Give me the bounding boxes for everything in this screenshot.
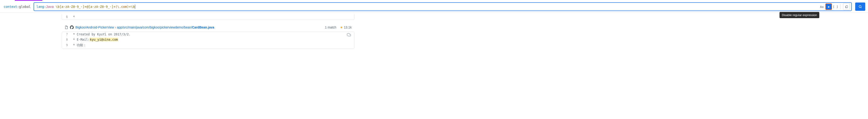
line-number: 9	[62, 43, 71, 48]
line-number: 6	[62, 15, 71, 20]
context-value: global	[19, 5, 31, 8]
search-button[interactable]	[855, 2, 865, 11]
file-path[interactable]: Bigkoo/Android-PickerView›app/src/main/j…	[75, 25, 214, 29]
line-content: * 功能：	[71, 43, 354, 48]
case-sensitive-toggle[interactable]: Aa	[818, 3, 825, 10]
file-result-header: Bigkoo/Android-PickerView›app/src/main/j…	[62, 23, 354, 31]
search-query: lang:Java \b[a-zA-Z0-9_-]+@[a-zA-Z0-9_-]…	[36, 5, 818, 9]
code-line[interactable]: 9 * 功能：	[62, 43, 354, 48]
star-icon: ★	[340, 25, 343, 29]
repo-link[interactable]: Bigkoo/Android-PickerView	[75, 25, 114, 29]
file-icon	[64, 25, 68, 29]
query-regex-2: +\b	[129, 5, 135, 8]
search-toggles: Aa ✱ [ ]	[818, 3, 850, 10]
line-number: 8	[62, 37, 71, 42]
clipboard-icon	[845, 5, 848, 8]
regex-tooltip: Disable regular expression	[779, 12, 819, 18]
query-regex-group: (\.com)	[116, 5, 129, 8]
github-icon	[70, 25, 74, 29]
context-scope[interactable]: context:global	[3, 3, 32, 10]
code-snippet-block: 6 *	[62, 14, 354, 20]
line-number: 7	[62, 32, 71, 37]
match-count: 1 match	[325, 25, 336, 29]
divider	[840, 4, 840, 9]
structural-search-toggle[interactable]: [ ]	[832, 3, 839, 10]
regex-toggle[interactable]: ✱	[826, 3, 832, 10]
text-cursor	[135, 5, 135, 9]
copy-context-button[interactable]	[843, 3, 850, 10]
search-input[interactable]: lang:Java \b[a-zA-Z0-9_-]+@[a-zA-Z0-9_-]…	[34, 2, 851, 11]
context-key: context:	[4, 5, 19, 8]
match-highlight: kyu_yi@sina.com	[90, 38, 118, 41]
svg-point-1	[859, 5, 861, 7]
match-info: 1 match ★ 13.1k	[325, 25, 352, 29]
query-regex-1: \b[a-zA-Z0-9_-]+@[a-zA-Z0-9_-]+	[54, 5, 116, 8]
search-icon	[858, 5, 862, 8]
open-in-cloud-icon[interactable]	[347, 32, 351, 37]
file-name[interactable]: CardBean.java	[192, 25, 214, 29]
results-area: 6 * Bigkoo/Android-PickerView›app/src/ma…	[0, 13, 868, 49]
line-content: * Created by KyuYi on 2017/3/2.	[71, 32, 354, 37]
query-filter-key: lang:	[36, 5, 46, 8]
code-line[interactable]: 6 *	[62, 14, 354, 20]
query-filter-value: Java	[46, 5, 54, 8]
line-content: *	[71, 15, 354, 20]
search-bar: context:global lang:Java \b[a-zA-Z0-9_-]…	[0, 1, 868, 13]
code-snippet-block: 7 * Created by KyuYi on 2017/3/2. 8 * E-…	[62, 31, 354, 49]
svg-line-2	[861, 7, 862, 8]
code-line[interactable]: 8 * E-Mail:kyu_yi@sina.com	[62, 37, 354, 43]
svg-rect-0	[846, 5, 848, 7]
star-count: ★ 13.1k	[340, 25, 352, 29]
code-line[interactable]: 7 * Created by KyuYi on 2017/3/2.	[62, 32, 354, 37]
line-content: * E-Mail:kyu_yi@sina.com	[71, 37, 354, 42]
